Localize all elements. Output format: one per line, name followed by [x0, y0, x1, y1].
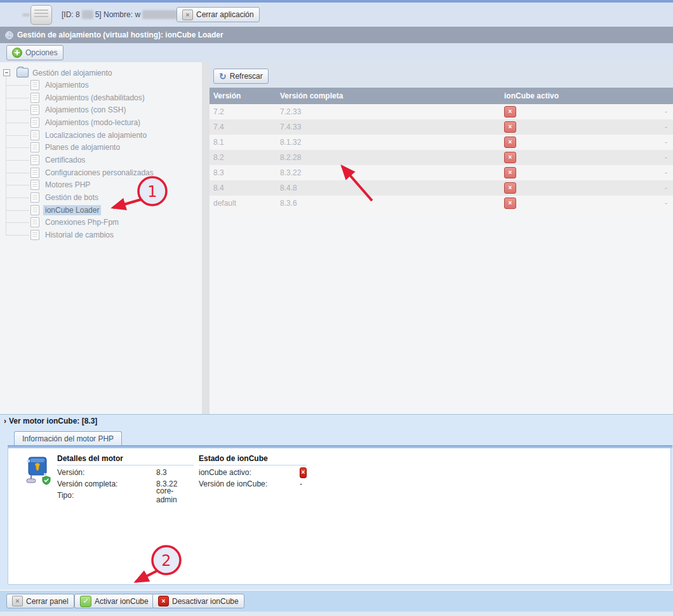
ioncube-active-cell: × — [500, 152, 665, 163]
tree-item[interactable]: Alojamientos (con SSH) — [0, 104, 202, 116]
tree-item[interactable]: Alojamientos (modo-lectura) — [0, 116, 202, 129]
table-row[interactable]: 8.4 8.4.8 × - — [210, 180, 673, 196]
tab-php-engine-info[interactable]: Información del motor PHP — [14, 431, 122, 446]
trailing-cell: - — [665, 153, 673, 162]
detail-row: Versión: 8.3 — [57, 467, 194, 478]
column-version: Versión — [210, 91, 276, 100]
table-row[interactable]: default 8.3.6 × - — [210, 196, 673, 211]
globe-icon — [5, 31, 13, 39]
engine-details-title: Detalles del motor — [57, 454, 194, 465]
detail-value: 8.3 — [156, 468, 167, 477]
activate-ioncube-button[interactable]: ✓ Activar ionCube — [74, 594, 154, 608]
engine-details-section: Detalles del motor Versión: 8.3 Versión … — [57, 454, 194, 501]
tree-item[interactable]: Certificados — [0, 154, 202, 166]
ioncube-active-cell: × — [500, 167, 665, 178]
tree-item[interactable]: Historial de cambios — [0, 229, 202, 241]
column-ioncube-active: ionCube activo — [500, 91, 665, 100]
detail-panel-toolbar: × Cerrar panel ✓ Activar ionCube × Desac… — [0, 590, 673, 612]
full-version-cell: 8.3.6 — [276, 199, 500, 208]
detail-panel-title: Ver motor ionCube: [8.3] — [9, 417, 97, 425]
tree-root-label: Gestión del alojamiento — [32, 69, 112, 77]
ioncube-status-title: Estado de ionCube — [199, 454, 307, 465]
table-row[interactable]: 7.2 7.2.33 × - — [210, 104, 673, 119]
close-icon: × — [182, 10, 193, 20]
detail-label: Versión de ionCube: — [199, 479, 300, 488]
refresh-icon: ↻ — [219, 72, 227, 81]
document-icon — [30, 155, 39, 165]
refresh-label: Refrescar — [230, 72, 263, 81]
ioncube-inactive-icon: × — [504, 152, 516, 163]
document-icon — [30, 205, 39, 215]
detail-panel-content: Detalles del motor Versión: 8.3 Versión … — [8, 448, 671, 585]
tree-item-label: Alojamientos — [43, 80, 91, 90]
version-cell: 8.2 — [210, 153, 276, 162]
table-row[interactable]: 8.3 8.3.22 × - — [210, 165, 673, 180]
tree-item-label: Historial de cambios — [43, 230, 116, 240]
tree-item[interactable]: Alojamientos (deshabilitados) — [0, 91, 202, 104]
name-label: 5] Nombre: w — [95, 10, 140, 19]
detail-row: Versión de ionCube: - — [199, 478, 307, 490]
tree-item-label: Motores PHP — [43, 180, 92, 190]
id-text: [ID: 8 — [62, 10, 80, 19]
options-button[interactable]: Opciones — [6, 45, 63, 60]
detail-value: core-admin — [156, 486, 194, 504]
app-window: [ID: 8 5] Nombre: w om × Cerrar aplicaci… — [0, 0, 673, 616]
ioncube-status-section: Estado de ionCube ionCube activo: × Vers… — [199, 454, 307, 490]
trailing-cell: - — [665, 107, 673, 116]
tree-item[interactable]: Gestión de bots — [0, 191, 202, 204]
ioncube-inactive-icon: × — [504, 182, 516, 194]
tree-item[interactable]: Motores PHP — [0, 179, 202, 192]
tree-root[interactable]: Gestión del alojamiento — [0, 67, 112, 79]
document-icon — [30, 93, 39, 103]
tree-item[interactable]: Configuraciones personalizadas — [0, 166, 202, 179]
versions-panel: ↻ Refrescar Versión Versión completa ion… — [210, 62, 673, 414]
document-icon — [30, 168, 39, 178]
tree-item-label: Conexiones Php-Fpm — [43, 217, 121, 227]
ioncube-active-cell: × — [500, 106, 665, 117]
full-version-cell: 8.2.28 — [276, 153, 500, 162]
module-title: Gestión de alojamiento (virtual hosting)… — [17, 30, 223, 39]
tree-item[interactable]: Planes de alojamiento — [0, 141, 202, 154]
detail-label: ionCube activo: — [199, 468, 300, 477]
collapse-expander-icon[interactable] — [3, 69, 10, 76]
full-version-cell: 7.4.33 — [276, 123, 500, 131]
tree-item-label: Alojamientos (con SSH) — [43, 105, 128, 115]
trailing-cell: - — [665, 184, 673, 192]
table-header: Versión Versión completa ionCube activo — [210, 88, 673, 104]
version-cell: 8.3 — [210, 168, 276, 177]
detail-panel-header[interactable]: ›Ver motor ionCube: [8.3] — [4, 417, 97, 425]
top-bar: [ID: 8 5] Nombre: w om × Cerrar aplicaci… — [0, 3, 673, 27]
version-cell: default — [210, 199, 276, 208]
tree-item-label: Gestión de bots — [43, 192, 100, 203]
ioncube-inactive-icon: × — [504, 167, 516, 178]
table-toolbar: ↻ Refrescar — [210, 62, 673, 88]
chevron-right-icon: › — [4, 417, 6, 425]
table-row[interactable]: 8.1 8.1.32 × - — [210, 135, 673, 150]
tree-item-label: Alojamientos (deshabilitados) — [43, 93, 147, 103]
tree-item[interactable]: Alojamientos — [0, 79, 202, 91]
document-icon — [30, 217, 39, 227]
tree-item[interactable]: Localizaciones de alojamiento — [0, 129, 202, 142]
refresh-button[interactable]: ↻ Refrescar — [213, 69, 269, 84]
tree-item-label: ionCube Loader — [43, 205, 101, 215]
deactivate-ioncube-button[interactable]: × Desactivar ionCube — [152, 594, 244, 608]
panel-divider — [202, 62, 210, 414]
trailing-cell: - — [665, 138, 673, 147]
document-icon — [30, 80, 39, 90]
tree-item[interactable]: Conexiones Php-Fpm — [0, 217, 202, 229]
ioncube-inactive-icon: × — [300, 467, 307, 478]
detail-label: Tipo: — [57, 491, 156, 500]
document-icon — [30, 130, 39, 140]
tree-item[interactable]: ionCube Loader — [0, 204, 202, 217]
full-version-cell: 8.1.32 — [276, 138, 500, 147]
close-panel-button[interactable]: × Cerrar panel — [6, 594, 74, 608]
ioncube-inactive-icon: × — [504, 137, 516, 148]
php-engine-icon — [21, 456, 51, 485]
deactivate-label: Desactivar ionCube — [172, 597, 239, 606]
detail-value: - — [300, 479, 302, 488]
version-cell: 7.2 — [210, 107, 276, 116]
ioncube-active-cell: × — [500, 121, 665, 133]
close-application-button[interactable]: × Cerrar aplicación — [177, 7, 260, 22]
table-row[interactable]: 7.4 7.4.33 × - — [210, 119, 673, 135]
table-row[interactable]: 8.2 8.2.28 × - — [210, 150, 673, 165]
